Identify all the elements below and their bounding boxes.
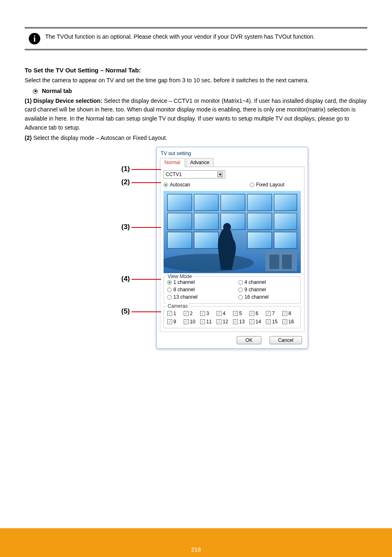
item-1: (1) Display Device selection: Select the…	[25, 97, 367, 132]
svg-rect-3	[221, 194, 245, 211]
cameras-legend: Cameras	[166, 303, 189, 309]
svg-rect-13	[247, 232, 272, 248]
checkbox-icon	[249, 319, 254, 324]
radio-icon	[250, 183, 254, 187]
view-mode-group: View Mode 1 channel 4 channel 8 channel …	[164, 276, 301, 304]
callout-2: (2)	[121, 178, 130, 186]
chevron-down-icon	[217, 172, 223, 177]
checkbox-icon	[167, 311, 172, 316]
radio-autoscan-label: Autoscan	[170, 182, 190, 188]
page-number: 218	[191, 546, 201, 553]
cam-2[interactable]: 2	[184, 311, 198, 316]
cam-13[interactable]: 13	[233, 319, 248, 325]
item-1-label: (1) Display Device selection:	[25, 97, 102, 104]
cam-16[interactable]: 16	[282, 319, 297, 325]
cam-8[interactable]: 8	[282, 311, 297, 316]
tab-normal[interactable]: Normal	[160, 158, 185, 167]
info-icon: i	[29, 33, 40, 44]
section-title: To Set the TV Out Setting – Normal Tab:	[25, 67, 367, 74]
svg-rect-19	[282, 255, 292, 269]
radio-icon	[167, 295, 172, 299]
cam-9[interactable]: 9	[167, 319, 182, 325]
checkbox-icon	[249, 311, 254, 316]
svg-rect-2	[194, 194, 218, 211]
intro-text: Select the camera to appear on TV and se…	[25, 76, 367, 85]
checkbox-icon	[184, 311, 189, 316]
svg-rect-4	[247, 194, 272, 211]
checkbox-icon	[282, 311, 287, 316]
cam-15[interactable]: 15	[266, 319, 281, 325]
checkbox-icon	[233, 319, 238, 324]
cam-6[interactable]: 6	[249, 311, 264, 316]
svg-rect-9	[247, 213, 272, 230]
cam-12[interactable]: 12	[217, 319, 231, 325]
radio-autoscan[interactable]: Autoscan	[164, 182, 190, 188]
svg-rect-18	[270, 255, 279, 269]
radio-icon	[238, 288, 243, 292]
callout-5: (5)	[121, 307, 130, 316]
page-footer: 218	[0, 528, 392, 557]
cam-4[interactable]: 4	[217, 311, 231, 316]
svg-rect-11	[168, 232, 192, 248]
cameras-group: Cameras 1 2 3 4 5 6 7 8 9 10 11 12	[164, 306, 301, 328]
item-2-text: Select the display mode – Autoscan or Fi…	[32, 135, 167, 141]
view-mode-legend: View Mode	[166, 274, 193, 279]
callout-4: (4)	[121, 275, 130, 283]
svg-point-15	[164, 254, 254, 272]
vm-13-channel[interactable]: 13 channel	[167, 294, 226, 300]
item-2-label: (2)	[25, 135, 32, 141]
svg-rect-10	[274, 213, 297, 230]
checkbox-icon	[266, 319, 271, 324]
checkbox-icon	[167, 319, 172, 324]
checkbox-icon	[184, 319, 189, 324]
dropdown-value: CCTV1	[166, 172, 182, 177]
vm-9-channel[interactable]: 9 channel	[238, 287, 297, 292]
checkbox-icon	[233, 311, 238, 316]
tv-out-dialog: TV out setting Normal Advance CCTV1 Auto…	[156, 147, 308, 349]
callout-3: (3)	[121, 223, 130, 231]
vm-16-channel[interactable]: 16 channel	[238, 294, 297, 300]
radio-icon	[238, 295, 243, 299]
bullet-icon	[33, 89, 38, 94]
checkbox-icon	[217, 311, 221, 316]
cam-11[interactable]: 11	[200, 319, 215, 325]
cam-1[interactable]: 1	[167, 311, 182, 316]
cam-7[interactable]: 7	[266, 311, 281, 316]
checkbox-icon	[200, 319, 205, 324]
cam-10[interactable]: 10	[184, 319, 198, 325]
svg-rect-12	[194, 232, 218, 248]
svg-rect-5	[274, 194, 297, 211]
cancel-button[interactable]: Cancel	[270, 336, 302, 344]
radio-icon	[164, 183, 168, 187]
radio-fixed-label: Fixed Layout	[256, 182, 284, 188]
checkbox-icon	[200, 311, 205, 316]
cam-14[interactable]: 14	[249, 319, 264, 325]
svg-rect-1	[168, 194, 192, 211]
display-device-dropdown[interactable]: CCTV1	[164, 170, 225, 179]
dialog-title: TV out setting	[160, 150, 304, 158]
svg-rect-7	[194, 213, 218, 230]
bullet-label: Normal tab	[42, 88, 72, 94]
info-note: i The TVOut function is an optional. Ple…	[25, 31, 367, 46]
svg-point-16	[223, 223, 231, 231]
dialog-figure: (1) (2) (3) (4) (5) TV out setting Norma…	[131, 147, 312, 349]
ok-button[interactable]: OK	[237, 336, 261, 344]
callout-1: (1)	[121, 165, 130, 173]
dialog-tabs: Normal Advance	[160, 158, 304, 167]
cam-3[interactable]: 3	[200, 311, 215, 316]
checkbox-icon	[217, 319, 221, 324]
radio-icon	[167, 280, 172, 285]
cam-5[interactable]: 5	[233, 311, 248, 316]
checkbox-icon	[266, 311, 271, 316]
svg-rect-6	[168, 213, 192, 230]
vm-8-channel[interactable]: 8 channel	[167, 287, 226, 292]
item-2: (2) Select the display mode – Autoscan o…	[25, 134, 367, 143]
checkbox-icon	[282, 319, 287, 324]
radio-fixed-layout[interactable]: Fixed Layout	[250, 182, 284, 188]
vm-4-channel[interactable]: 4 channel	[238, 279, 297, 285]
bullet-normal-tab: Normal tab	[33, 88, 367, 94]
svg-rect-14	[274, 232, 297, 248]
tab-advance[interactable]: Advance	[186, 158, 214, 167]
vm-1-channel[interactable]: 1 channel	[167, 279, 226, 285]
preview-image	[164, 191, 301, 273]
